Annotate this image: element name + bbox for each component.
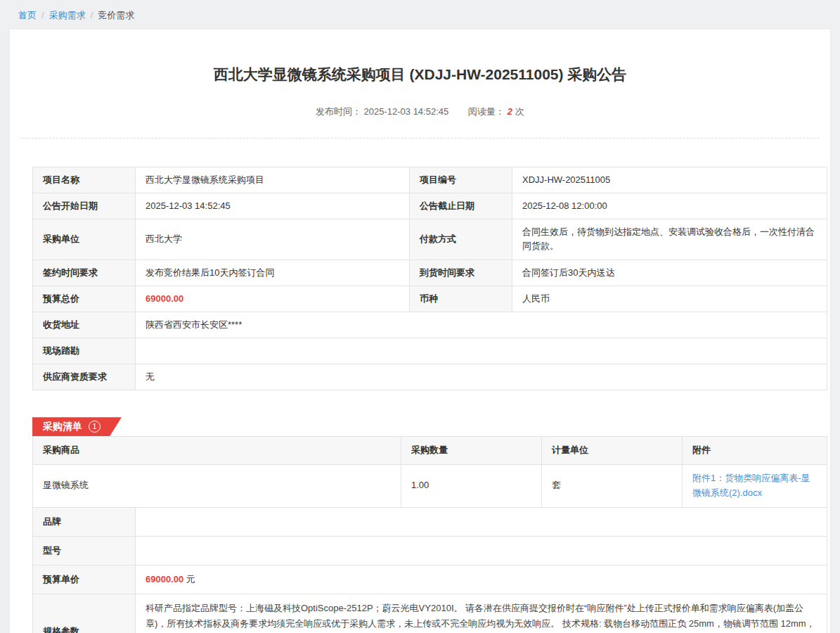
sign-time-label: 签约时间要求 xyxy=(33,260,136,286)
purchase-list-title: 采购清单 xyxy=(43,421,82,433)
unit-price-value: 69000.00 元 xyxy=(136,565,827,594)
col-header-quantity: 采购数量 xyxy=(401,437,542,465)
breadcrumb-procurement-link[interactable]: 采购需求 xyxy=(49,10,86,20)
start-date-value: 2025-12-03 14:52:45 xyxy=(136,193,410,219)
table-row: 预算单价 69000.00 元 xyxy=(33,565,827,594)
views-label: 阅读量： xyxy=(468,106,505,117)
col-header-unit: 计量单位 xyxy=(542,437,683,465)
views-group: 阅读量：2次 xyxy=(468,106,524,117)
qualification-value: 无 xyxy=(136,364,827,390)
attachment-link[interactable]: 附件1：货物类响应偏离表-显微镜系统(2).docx xyxy=(692,473,810,498)
payment-value: 合同生效后，待货物到达指定地点、安装调试验收合格后，一次性付清合同货款。 xyxy=(512,219,827,260)
table-row: 签约时间要求 发布竞价结果后10天内签订合同 到货时间要求 合同签订后30天内送… xyxy=(33,260,827,286)
table-header-row: 采购商品 采购数量 计量单位 附件 xyxy=(33,437,827,465)
buyer-value: 西北大学 xyxy=(136,219,410,260)
table-row: 型号 xyxy=(33,536,827,565)
breadcrumb-current: 竞价需求 xyxy=(98,10,134,20)
buyer-label: 采购单位 xyxy=(33,219,136,260)
budget-total-value: 69000.00 xyxy=(136,286,410,312)
table-row: 规格参数 科研产品指定品牌型号：上海磁及科技OptiScope-2512P；蔚云… xyxy=(33,594,827,633)
item-detail-table: 品牌 型号 预算单价 69000.00 元 规格参数 科研产品指定品牌型号：上海… xyxy=(32,507,827,633)
unit-price-label: 预算单价 xyxy=(33,565,136,594)
purchase-list-section: 采购清单 1 xyxy=(32,417,830,436)
publish-time-label: 发布时间： xyxy=(316,106,361,117)
table-row: 公告开始日期 2025-12-03 14:52:45 公告截止日期 2025-1… xyxy=(33,193,827,219)
qualification-label: 供应商资质要求 xyxy=(33,364,136,390)
table-row: 采购单位 西北大学 付款方式 合同生效后，待货物到达指定地点、安装调试验收合格后… xyxy=(33,219,827,260)
project-name-value: 西北大学显微镜系统采购项目 xyxy=(136,167,410,193)
brand-label: 品牌 xyxy=(33,507,136,536)
spec-value: 科研产品指定品牌型号：上海磁及科技OptiScope-2512P；蔚云光电VY2… xyxy=(136,594,827,633)
item-count-badge: 1 xyxy=(89,421,101,433)
table-row: 收货地址 陕西省西安市长安区**** xyxy=(33,312,827,338)
brand-value xyxy=(136,507,827,536)
breadcrumb-separator: / xyxy=(41,10,44,20)
payment-label: 付款方式 xyxy=(410,219,512,260)
item-unit: 套 xyxy=(542,465,683,508)
delivery-time-value: 合同签订后30天内送达 xyxy=(512,260,827,286)
views-unit: 次 xyxy=(515,106,524,117)
purchase-items-table: 采购商品 采购数量 计量单位 附件 显微镜系统 1.00 套 附件1：货物类响应… xyxy=(32,436,827,507)
end-date-label: 公告截止日期 xyxy=(410,193,512,219)
table-row: 现场踏勘 xyxy=(33,338,827,364)
unit-price-number: 69000.00 xyxy=(146,574,183,584)
address-label: 收货地址 xyxy=(33,312,136,338)
project-name-label: 项目名称 xyxy=(33,167,136,193)
unit-price-unit: 元 xyxy=(183,574,195,584)
col-header-attachment: 附件 xyxy=(683,437,827,465)
views-count: 2 xyxy=(508,106,512,117)
breadcrumb: 首页/采购需求/竞价需求 xyxy=(0,0,840,30)
breadcrumb-separator: / xyxy=(91,10,93,20)
table-row: 显微镜系统 1.00 套 附件1：货物类响应偏离表-显微镜系统(2).docx xyxy=(33,465,827,508)
item-name: 显微镜系统 xyxy=(33,465,401,508)
site-survey-value xyxy=(136,338,827,364)
spec-label: 规格参数 xyxy=(33,594,136,633)
project-code-label: 项目编号 xyxy=(410,167,512,193)
publish-time-group: 发布时间： 2025-12-03 14:52:45 xyxy=(316,106,451,117)
announcement-meta: 发布时间： 2025-12-03 14:52:45 阅读量：2次 xyxy=(21,106,819,139)
model-value xyxy=(136,536,827,565)
table-row: 项目名称 西北大学显微镜系统采购项目 项目编号 XDJJ-HW-20251100… xyxy=(33,167,827,193)
site-survey-label: 现场踏勘 xyxy=(33,338,136,364)
table-row: 预算总价 69000.00 币种 人民币 xyxy=(33,286,827,312)
col-header-product: 采购商品 xyxy=(33,437,401,465)
currency-label: 币种 xyxy=(410,286,512,312)
project-code-value: XDJJ-HW-202511005 xyxy=(512,167,827,193)
announcement-card: 西北大学显微镜系统采购项目 (XDJJ-HW-202511005) 采购公告 发… xyxy=(10,30,830,633)
table-row: 供应商资质要求 无 xyxy=(33,364,827,390)
model-label: 型号 xyxy=(33,536,136,565)
delivery-time-label: 到货时间要求 xyxy=(410,260,512,286)
end-date-value: 2025-12-08 12:00:00 xyxy=(512,193,827,219)
publish-time-value: 2025-12-03 14:52:45 xyxy=(364,106,449,117)
page-title: 西北大学显微镜系统采购项目 (XDJJ-HW-202511005) 采购公告 xyxy=(10,30,830,84)
item-quantity: 1.00 xyxy=(401,465,542,508)
start-date-label: 公告开始日期 xyxy=(33,193,136,219)
project-info-table: 项目名称 西北大学显微镜系统采购项目 项目编号 XDJJ-HW-20251100… xyxy=(32,167,827,390)
sign-time-value: 发布竞价结果后10天内签订合同 xyxy=(136,260,410,286)
breadcrumb-home-link[interactable]: 首页 xyxy=(18,10,37,20)
table-row: 品牌 xyxy=(33,507,827,536)
budget-total-label: 预算总价 xyxy=(33,286,136,312)
currency-value: 人民币 xyxy=(512,286,827,312)
purchase-list-ribbon: 采购清单 1 xyxy=(32,417,122,436)
address-value: 陕西省西安市长安区**** xyxy=(136,312,827,338)
